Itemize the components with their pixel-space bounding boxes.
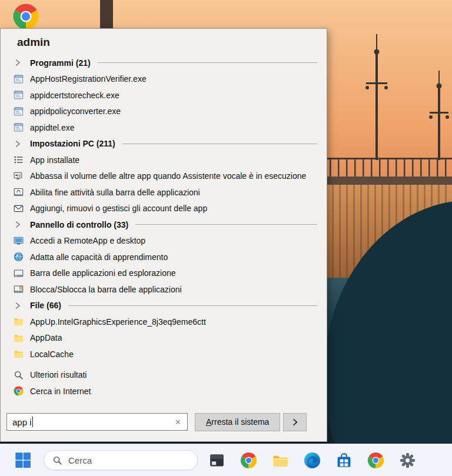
monitor-volume-icon: [14, 171, 24, 181]
shutdown-button[interactable]: Arresta il sistema: [195, 413, 280, 431]
start-menu-panel: admin Programmi (21)AppHostRegistrationV…: [0, 28, 327, 442]
chevron-right-icon: [14, 220, 22, 229]
menu-item-label: App installate: [30, 155, 79, 165]
menu-item[interactable]: Adatta alle capacità di apprendimento: [1, 249, 327, 265]
menu-footer-item[interactable]: Ulteriori risultati: [1, 367, 327, 384]
user-name: admin: [1, 29, 327, 52]
windows-logo-icon: [14, 451, 32, 469]
folder-icon: [14, 317, 24, 327]
clear-search-icon[interactable]: ✕: [175, 418, 181, 427]
menu-item[interactable]: App installate: [1, 152, 327, 168]
chrome-icon: [12, 3, 39, 30]
menu-item[interactable]: Aggiungi, rimuovi o gestisci gli account…: [1, 201, 327, 217]
chevron-right-icon: [291, 418, 300, 427]
menu-item-label: Accedi a RemoteApp e desktop: [30, 236, 145, 245]
taskbar-icon-settings[interactable]: [399, 452, 416, 469]
search-icon: [52, 455, 62, 465]
section-label: Impostazioni PC (211): [30, 139, 115, 148]
menu-item[interactable]: appidtel.exe: [1, 119, 327, 136]
menu-item[interactable]: LocalCache: [1, 346, 327, 362]
taskbar-icon-chrome[interactable]: [240, 452, 257, 469]
taskbar-icon-chrome-2[interactable]: [367, 452, 384, 469]
menu-item-label: LocalCache: [30, 349, 74, 359]
application-icon: [14, 74, 24, 84]
menu-item-label: appidcertstorecheck.exe: [30, 91, 119, 100]
section-header[interactable]: Impostazioni PC (211): [1, 136, 327, 152]
menu-item-label: Abilita fine attività sulla barra delle …: [30, 188, 200, 197]
menu-item[interactable]: Abbassa il volume delle altre app quando…: [1, 168, 327, 185]
chrome-icon: [14, 386, 24, 396]
menu-item[interactable]: AppData: [1, 330, 327, 347]
application-icon: [14, 90, 24, 100]
taskbar-icon: [14, 268, 24, 278]
menu-item[interactable]: appidpolicyconverter.exe: [1, 104, 327, 120]
learning-icon: [14, 252, 24, 262]
application-icon: [14, 122, 24, 132]
folder-icon: [14, 333, 24, 343]
search-text: app i: [12, 417, 32, 427]
menu-search-input[interactable]: app i ✕: [6, 413, 188, 431]
text-caret: [32, 417, 33, 427]
section-divider: [68, 305, 317, 306]
application-icon: [14, 106, 24, 116]
taskbar-icon-file-explorer[interactable]: [272, 452, 289, 469]
section-divider: [122, 144, 317, 144]
taskbar-icon-edge[interactable]: [304, 452, 321, 469]
taskbar-activity-icon: [14, 187, 24, 197]
section-header[interactable]: Programmi (21): [1, 55, 327, 71]
section-label: Programmi (21): [30, 58, 91, 68]
taskbar-icon-screenshot-app[interactable]: [208, 452, 225, 469]
menu-footer-item[interactable]: Cerca in Internet: [1, 383, 327, 400]
section-divider: [98, 62, 317, 63]
remote-desktop-icon: [14, 236, 24, 246]
menu-footer: app i ✕ Arresta il sistema: [1, 407, 327, 441]
shutdown-rest: rresta il sistema: [211, 417, 269, 427]
app-list-icon: [14, 155, 24, 165]
taskbar: Cerca: [0, 444, 452, 476]
section-header[interactable]: File (66): [1, 298, 327, 314]
menu-item-label: appidtel.exe: [30, 123, 75, 132]
taskbar-search-label: Cerca: [68, 455, 92, 465]
menu-item[interactable]: appidcertstorecheck.exe: [1, 87, 327, 104]
menu-item-label: Ulteriori risultati: [30, 370, 87, 380]
menu-item[interactable]: Abilita fine attività sulla barra delle …: [1, 184, 327, 201]
menu-item[interactable]: Accedi a RemoteApp e desktop: [1, 233, 327, 249]
shutdown-options-button[interactable]: [283, 413, 307, 431]
section-divider: [135, 224, 317, 225]
menu-item-label: AppHostRegistrationVerifier.exe: [30, 74, 147, 84]
section-label: Pannello di controllo (33): [30, 220, 128, 229]
menu-item-label: AppData: [30, 333, 62, 342]
chevron-right-icon: [14, 58, 22, 67]
menu-item-label: Adatta alle capacità di apprendimento: [30, 252, 168, 262]
folder-icon: [14, 349, 24, 359]
taskbar-app-icons: [208, 452, 416, 469]
taskbar-icon-store[interactable]: [335, 452, 353, 469]
menu-item-label: Barra delle applicazioni ed esplorazione: [30, 268, 176, 278]
menu-item[interactable]: Blocca/Sblocca la barra delle applicazio…: [1, 281, 327, 298]
chrome-shortcut[interactable]: [12, 3, 39, 30]
section-label: File (66): [30, 301, 61, 310]
taskbar-lock-icon: [14, 284, 24, 294]
shutdown-accel: A: [206, 417, 211, 427]
chevron-right-icon: [14, 139, 22, 148]
menu-item-label: appidpolicyconverter.exe: [30, 106, 121, 116]
section-header[interactable]: Pannello di controllo (33): [1, 217, 327, 233]
search-results-list: Programmi (21)AppHostRegistrationVerifie…: [1, 52, 327, 407]
menu-item-label: AppUp.IntelGraphicsExperience_8j3eq9eme6…: [30, 317, 206, 327]
start-button[interactable]: [14, 451, 32, 469]
taskbar-search[interactable]: Cerca: [44, 450, 198, 470]
menu-item[interactable]: Barra delle applicazioni ed esplorazione: [1, 265, 327, 282]
mail-icon: [14, 204, 24, 214]
menu-item-label: Abbassa il volume delle altre app quando…: [30, 171, 306, 181]
menu-item-label: Aggiungi, rimuovi o gestisci gli account…: [30, 204, 207, 213]
menu-item-label: Blocca/Sblocca la barra delle applicazio…: [30, 285, 182, 294]
search-icon: [14, 370, 24, 380]
menu-item[interactable]: AppHostRegistrationVerifier.exe: [1, 71, 327, 88]
chevron-right-icon: [14, 301, 22, 310]
menu-item[interactable]: AppUp.IntelGraphicsExperience_8j3eq9eme6…: [1, 314, 327, 330]
menu-item-label: Cerca in Internet: [30, 387, 91, 396]
